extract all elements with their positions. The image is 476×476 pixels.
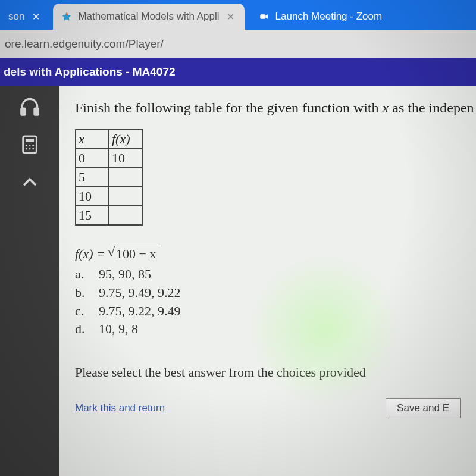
select-prompt: Please select the best answer from the c… [75, 365, 461, 380]
course-header: dels with Applications - MA4072 [0, 58, 476, 86]
svg-point-10 [32, 148, 34, 150]
headphones-icon[interactable] [17, 94, 42, 119]
zoom-favicon-icon [259, 11, 270, 22]
svg-point-7 [32, 145, 34, 146]
svg-point-5 [26, 145, 27, 146]
col-header-x: x [76, 130, 109, 149]
table-header-row: x f(x) [76, 130, 142, 149]
function-table: x f(x) 0 10 5 10 15 [75, 129, 143, 226]
tab-title: Mathematical Models with Appli [78, 11, 219, 23]
course-title: dels with Applications - MA4072 [4, 65, 176, 79]
option-c[interactable]: c. 9.75, 9.22, 9.49 [75, 302, 461, 321]
tool-sidebar [0, 86, 60, 476]
url-text: ore.learn.edgenuity.com/Player/ [5, 37, 164, 51]
address-bar[interactable]: ore.learn.edgenuity.com/Player/ [0, 30, 476, 58]
question-footer: Mark this and return Save and E [75, 398, 461, 418]
option-b[interactable]: b. 9.75, 9.49, 9.22 [75, 284, 461, 302]
tab-title: son [8, 11, 24, 23]
radical-icon: √ [108, 246, 115, 259]
svg-point-9 [29, 148, 31, 150]
option-d[interactable]: d. 10, 9, 8 [75, 320, 461, 339]
svg-rect-2 [35, 108, 38, 115]
question-prompt: Finish the following table for the given… [75, 100, 461, 116]
browser-tab-active[interactable]: Mathematical Models with Appli ✕ [53, 4, 244, 30]
browser-tab-row: son ✕ Mathematical Models with Appli ✕ L… [0, 0, 476, 30]
svg-rect-4 [26, 139, 34, 142]
table-row: 5 [76, 168, 142, 187]
edgenuity-favicon-icon [61, 11, 72, 22]
collapse-up-icon[interactable] [17, 170, 42, 195]
option-a[interactable]: a. 95, 90, 85 [75, 265, 461, 284]
close-icon[interactable]: ✕ [30, 11, 41, 22]
save-button[interactable]: Save and E [386, 398, 461, 418]
browser-tab-zoom[interactable]: Launch Meeting - Zoom [250, 4, 391, 30]
svg-point-8 [26, 148, 27, 150]
answer-options: a. 95, 90, 85 b. 9.75, 9.49, 9.22 c. 9.7… [75, 265, 461, 339]
question-panel: Finish the following table for the given… [60, 86, 476, 476]
tab-title: Launch Meeting - Zoom [275, 11, 383, 23]
svg-point-6 [29, 145, 31, 146]
table-row: 15 [76, 206, 142, 225]
svg-rect-0 [260, 14, 265, 19]
table-row: 10 [76, 187, 142, 206]
function-expression: f(x) = √ 100 − x [75, 246, 461, 262]
svg-rect-1 [21, 108, 25, 115]
table-row: 0 10 [76, 149, 142, 168]
col-header-fx: f(x) [109, 130, 142, 149]
calculator-icon[interactable] [17, 132, 42, 157]
mark-and-return-link[interactable]: Mark this and return [75, 402, 165, 414]
browser-tab-prev[interactable]: son ✕ [0, 4, 49, 30]
close-icon[interactable]: ✕ [226, 11, 236, 22]
